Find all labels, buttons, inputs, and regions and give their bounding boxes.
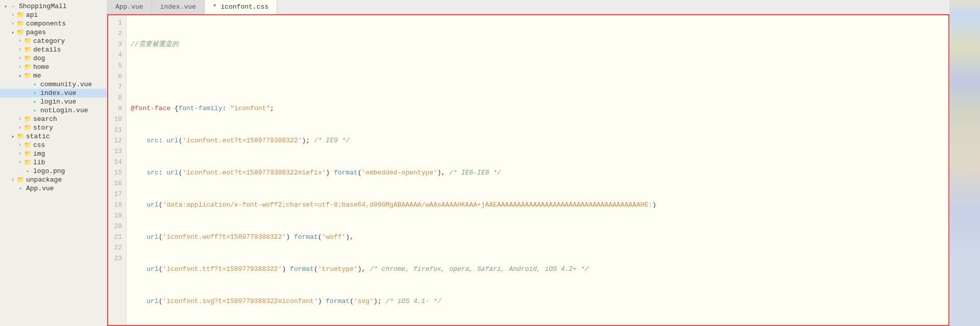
folder-icon: 📁: [16, 176, 24, 184]
tree-item-login-vue[interactable]: ▪ login.vue: [0, 97, 107, 106]
code-line-7: url('iconfont.woff?t=1589779388322') for…: [131, 232, 944, 242]
tree-item-components[interactable]: › 📁 components: [0, 19, 107, 28]
tree-label: search: [33, 115, 57, 123]
folder-icon: 📁: [23, 115, 32, 123]
tree-item-me[interactable]: ▾ 📁 me: [0, 71, 107, 80]
code-line-5: src: url('iconfont.eot?t=1589779388322#i…: [131, 167, 944, 178]
tree-item-search[interactable]: › 📁 search: [0, 115, 107, 123]
tree-item-dog[interactable]: › 📁 dog: [0, 54, 107, 63]
folder-icon: 📁: [23, 55, 32, 62]
tree-label: api: [26, 11, 38, 19]
tree-label: community.vue: [40, 81, 92, 88]
chevron-icon: ›: [16, 116, 23, 122]
tab-iconfont-css[interactable]: * iconfont.css: [205, 0, 277, 14]
folder-icon: 📁: [23, 150, 32, 158]
folder-icon: 📁: [23, 159, 32, 166]
minimap-visual: [950, 0, 980, 326]
chevron-icon: ▾: [9, 30, 16, 36]
tab-bar: App.vue index.vue * iconfont.css: [107, 0, 949, 14]
tree-label: home: [33, 63, 49, 71]
tree-item-details[interactable]: › 📁 details: [0, 45, 107, 54]
chevron-icon: ›: [16, 142, 23, 148]
code-line-8: url('iconfont.ttf?t=1589779388322') form…: [131, 264, 944, 274]
tree-label: category: [33, 37, 65, 45]
folder-icon: 📁: [16, 29, 24, 36]
file-icon: ▪: [23, 168, 32, 174]
chevron-icon: ▾: [2, 4, 9, 10]
tree-label: logo.png: [33, 167, 65, 175]
tree-label: story: [33, 124, 53, 132]
tree-label: components: [26, 20, 66, 28]
folder-icon: 📁: [23, 124, 32, 132]
tree-label: ShoppingMall: [19, 3, 67, 10]
tab-label: index.vue: [160, 3, 196, 11]
tree-item-notlogin-vue[interactable]: ▪ notLogin.vue: [0, 106, 107, 115]
chevron-icon: ›: [9, 177, 16, 183]
chevron-icon: ›: [16, 125, 23, 131]
tree-label: dog: [33, 55, 45, 62]
file-icon: ▪: [31, 99, 39, 105]
tree-label: img: [33, 150, 45, 158]
tree-item-app-vue[interactable]: ▪ App.vue: [0, 184, 107, 193]
folder-icon: 📁: [23, 46, 32, 54]
tree-item-logo-png[interactable]: ▪ logo.png: [0, 167, 107, 175]
file-icon: ▪: [16, 186, 24, 192]
folder-icon: 📁: [16, 20, 24, 28]
tree-item-css[interactable]: › 📁 css: [0, 141, 107, 149]
line-numbers: 1 2 3 4 5 6 7 8 9 10 11 12 13 14 15 16 1…: [108, 15, 127, 325]
file-tree: ▾ ▪ ShoppingMall › 📁 api › 📁 components …: [0, 0, 107, 326]
tree-label: lib: [33, 159, 45, 166]
tree-label: pages: [26, 29, 46, 36]
chevron-icon: ›: [9, 21, 16, 27]
chevron-icon: ›: [16, 47, 23, 53]
code-line-3: @font-face {font-family: "iconfont";: [131, 103, 944, 114]
tab-label: App.vue: [115, 3, 143, 11]
tree-label: unpackage: [26, 176, 62, 184]
tree-item-api[interactable]: › 📁 api: [0, 11, 107, 19]
tree-item-category[interactable]: › 📁 category: [0, 37, 107, 45]
code-line-9: url('iconfont.svg?t=1589779388322#iconfo…: [131, 296, 944, 307]
file-icon: ▪: [31, 82, 39, 88]
tree-item-lib[interactable]: › 📁 lib: [0, 158, 107, 167]
tree-label: notLogin.vue: [40, 107, 88, 114]
tree-item-community-vue[interactable]: ▪ community.vue: [0, 80, 107, 89]
tree-label: css: [33, 141, 45, 149]
folder-icon: 📁: [23, 141, 32, 149]
tree-label: me: [33, 72, 41, 80]
chevron-icon: ▾: [16, 73, 23, 79]
tree-item-story[interactable]: › 📁 story: [0, 123, 107, 132]
folder-icon: 📁: [23, 72, 32, 80]
folder-icon: 📁: [23, 37, 32, 45]
tree-label: static: [26, 133, 50, 140]
tab-label: * iconfont.css: [213, 3, 268, 11]
tree-item-shoppingmall[interactable]: ▾ ▪ ShoppingMall: [0, 2, 107, 11]
file-icon: ▪: [31, 90, 39, 96]
code-line-2: [131, 71, 944, 82]
tree-label: index.vue: [40, 89, 76, 97]
folder-icon: ▪: [9, 3, 17, 10]
code-editor[interactable]: 1 2 3 4 5 6 7 8 9 10 11 12 13 14 15 16 1…: [107, 14, 949, 326]
tree-label: login.vue: [40, 98, 76, 106]
code-line-1: //需要被覆盖的: [131, 39, 944, 49]
editor-area: App.vue index.vue * iconfont.css 1 2 3 4…: [107, 0, 949, 326]
chevron-icon: ›: [16, 38, 23, 44]
chevron-icon: ▾: [9, 134, 16, 140]
chevron-icon: ›: [16, 64, 23, 70]
tree-item-img[interactable]: › 📁 img: [0, 149, 107, 158]
minimap: [949, 0, 980, 326]
chevron-icon: ›: [9, 12, 16, 18]
folder-icon: 📁: [23, 63, 32, 71]
tree-label: App.vue: [26, 185, 54, 192]
tree-item-pages[interactable]: ▾ 📁 pages: [0, 28, 107, 37]
tab-app-vue[interactable]: App.vue: [107, 0, 152, 14]
tree-item-static[interactable]: ▾ 📁 static: [0, 132, 107, 141]
code-content[interactable]: //需要被覆盖的 @font-face {font-family: "iconf…: [127, 15, 948, 325]
chevron-icon: ›: [16, 56, 23, 61]
tree-item-index-vue[interactable]: ▪ index.vue: [0, 89, 107, 97]
tab-index-vue[interactable]: index.vue: [152, 0, 205, 14]
code-line-6: url('data:application/x-font-woff2;chars…: [131, 199, 944, 210]
folder-icon: 📁: [16, 11, 24, 19]
tree-item-unpackage[interactable]: › 📁 unpackage: [0, 175, 107, 184]
code-line-4: src: url('iconfont.eot?t=1589779388322')…: [131, 135, 944, 146]
tree-item-home[interactable]: › 📁 home: [0, 63, 107, 71]
